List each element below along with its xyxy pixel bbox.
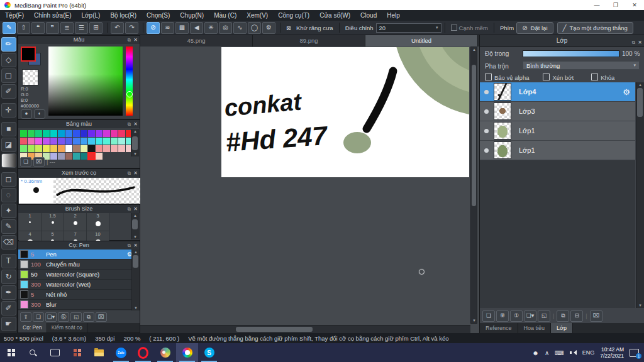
close-icon[interactable]: ✕ bbox=[133, 120, 138, 128]
search-button[interactable] bbox=[22, 343, 44, 362]
upload-brush-icon[interactable]: ⇪ bbox=[20, 312, 31, 322]
menu-item-11[interactable]: Help bbox=[382, 10, 405, 21]
saturation-value-box[interactable] bbox=[48, 47, 123, 116]
palette-panel-header[interactable]: Bảng màu ⧉ ✕ bbox=[18, 120, 140, 128]
color-slider-button[interactable]: ◐ bbox=[34, 109, 45, 119]
new-brush-menu-icon[interactable]: ❏▾ bbox=[45, 312, 57, 322]
shape-tool[interactable]: ▢ bbox=[1, 69, 16, 83]
redo-icon[interactable]: ↷ bbox=[125, 22, 138, 34]
document-icon[interactable]: ≣ bbox=[60, 22, 74, 34]
layers-panel-header[interactable]: Lớp ⧉ ✕ bbox=[480, 35, 644, 47]
canvas[interactable]: conkat #Hd 247 bbox=[221, 47, 469, 177]
task-view-button[interactable] bbox=[44, 343, 66, 362]
layer-visibility-icon[interactable] bbox=[484, 148, 489, 153]
popout-icon[interactable]: ⧉ bbox=[128, 205, 131, 213]
start-button[interactable] bbox=[0, 343, 22, 362]
paint-app[interactable] bbox=[154, 343, 176, 362]
brush-row[interactable]: 5Nét nhỏ bbox=[18, 290, 135, 300]
new-1bit-layer-icon[interactable]: ① bbox=[510, 310, 523, 322]
close-button[interactable]: ✕ bbox=[625, 0, 644, 10]
color-panel-header[interactable]: Màu ⧉ ✕ bbox=[18, 36, 140, 44]
palette-swatch[interactable] bbox=[43, 138, 50, 145]
blend-dropdown[interactable]: Bình thường ▾ bbox=[523, 61, 640, 70]
scroll-thumb[interactable] bbox=[132, 136, 138, 150]
palette-swatch[interactable] bbox=[20, 145, 27, 152]
canvas-area[interactable]: 45.png89.pngUntitled conkat #Hd 247 ▲ ▼ bbox=[140, 35, 479, 333]
palette-swatch[interactable] bbox=[58, 130, 65, 137]
palette-swatch[interactable] bbox=[35, 130, 42, 137]
eraser-tool[interactable]: ◇ bbox=[1, 53, 16, 67]
brush-size-cell[interactable]: 3 bbox=[87, 213, 109, 231]
palette-swatch[interactable] bbox=[118, 138, 125, 145]
reset-button[interactable]: ⊘ Đặt lại bbox=[516, 22, 553, 34]
layer-row[interactable]: Lớp1 bbox=[480, 141, 635, 160]
antialias-icon[interactable]: ⊠ bbox=[286, 25, 291, 31]
brush-list-header[interactable]: Cọ: Pen ⧉ ✕ bbox=[18, 241, 140, 250]
palette-swatch[interactable] bbox=[73, 130, 80, 137]
select-eraser-tool[interactable]: ⌫ bbox=[1, 235, 16, 250]
layers-tab-Hoa tiêu[interactable]: Hoa tiêu bbox=[518, 323, 552, 333]
correction-dropdown[interactable]: 20 ▾ bbox=[376, 23, 441, 33]
close-icon[interactable]: ✕ bbox=[638, 37, 642, 48]
rotate-tool[interactable]: ↻ bbox=[1, 270, 16, 284]
delete-palette-icon[interactable]: ⌧ bbox=[33, 157, 45, 167]
clipping-checkbox[interactable]: Xén bớt bbox=[543, 74, 574, 81]
file-explorer-app[interactable] bbox=[88, 343, 110, 362]
palette-swatch[interactable] bbox=[35, 138, 42, 145]
snap-ellipse-icon[interactable]: ◯ bbox=[248, 22, 261, 34]
palette-swatch[interactable] bbox=[103, 138, 110, 145]
menu-item-3[interactable]: Bộ lọc(R) bbox=[105, 10, 142, 21]
brush-row[interactable]: 50Watercolor (Square) bbox=[18, 270, 135, 280]
palette-swatch[interactable] bbox=[111, 145, 118, 152]
scroll-thumb[interactable] bbox=[637, 88, 643, 117]
scroll-up-icon[interactable]: ▲ bbox=[131, 129, 139, 134]
menu-item-5[interactable]: Chụp(N) bbox=[175, 10, 209, 21]
brush-tab-Cọ: Pen[interactable]: Cọ: Pen bbox=[18, 323, 47, 332]
fill-rect-tool[interactable]: ■ bbox=[1, 122, 16, 136]
menu-item-0[interactable]: Tệp(F) bbox=[0, 10, 29, 21]
close-icon[interactable]: ✕ bbox=[133, 205, 138, 213]
share-icon[interactable]: ⇧ bbox=[17, 22, 30, 34]
palette-swatch[interactable] bbox=[28, 145, 35, 152]
document-tab[interactable]: Untitled bbox=[365, 35, 478, 47]
skype-app[interactable]: S bbox=[198, 343, 220, 362]
brush-list-scrollbar[interactable]: ▲ ▼ bbox=[131, 250, 140, 310]
palette-swatch[interactable] bbox=[111, 138, 118, 145]
snap-vanishing-point-icon[interactable]: ◀ bbox=[190, 22, 203, 34]
scroll-up-icon[interactable]: ▲ bbox=[636, 82, 644, 87]
layers-scrollbar[interactable]: ▲ ▼ bbox=[636, 82, 644, 308]
palette-swatch[interactable] bbox=[65, 130, 72, 137]
scroll-thumb[interactable] bbox=[133, 255, 138, 268]
show-hidden-icons[interactable]: ∧ bbox=[545, 349, 549, 356]
annotation-bubble-icon[interactable]: ❞ bbox=[46, 22, 59, 34]
delete-layer-icon[interactable]: ⌧ bbox=[590, 310, 602, 322]
opacity-slider[interactable] bbox=[523, 50, 619, 57]
magic-wand-tool[interactable]: ✦ bbox=[1, 204, 16, 218]
snap-off-icon[interactable]: ⊘ bbox=[147, 22, 160, 34]
scroll-down-icon[interactable]: ▼ bbox=[472, 319, 476, 322]
palette-swatch[interactable] bbox=[96, 130, 103, 137]
palette-swatch[interactable] bbox=[28, 138, 35, 145]
palette-swatch[interactable] bbox=[50, 130, 57, 137]
script-brush-icon[interactable]: Ⓢ bbox=[58, 312, 69, 322]
language-indicator[interactable]: ENG bbox=[582, 349, 595, 356]
lasso-tool[interactable]: ◌ bbox=[1, 188, 16, 202]
snap-parallel-icon[interactable]: ≋ bbox=[161, 22, 174, 34]
layers-tab-Reference[interactable]: Reference bbox=[480, 323, 518, 333]
brush-row[interactable]: 100Chuyển màu bbox=[18, 260, 135, 270]
alpha-protect-checkbox[interactable]: Bảo vệ alpha bbox=[485, 74, 529, 81]
gear-icon[interactable]: ⚙ bbox=[623, 87, 630, 97]
new-8bit-layer-icon[interactable]: ⑧ bbox=[496, 310, 509, 322]
brush-size-cell[interactable]: 7 bbox=[64, 231, 87, 241]
new-layer-icon[interactable]: ❏ bbox=[482, 310, 495, 322]
scroll-down-icon[interactable]: ▼ bbox=[131, 234, 139, 239]
duplicate-layer-icon[interactable]: ⧉ bbox=[557, 310, 569, 322]
popout-icon[interactable]: ⧉ bbox=[128, 36, 131, 44]
popout-icon[interactable]: ⧉ bbox=[128, 120, 131, 128]
palette-swatch[interactable] bbox=[28, 130, 35, 137]
brush-tab-Kiểm soát cọ[interactable]: Kiểm soát cọ bbox=[47, 323, 87, 332]
minimize-button[interactable]: — bbox=[587, 0, 606, 10]
palette-swatch[interactable] bbox=[118, 145, 125, 152]
palette-swatch[interactable] bbox=[118, 130, 125, 137]
palette-swatch[interactable] bbox=[58, 138, 65, 145]
